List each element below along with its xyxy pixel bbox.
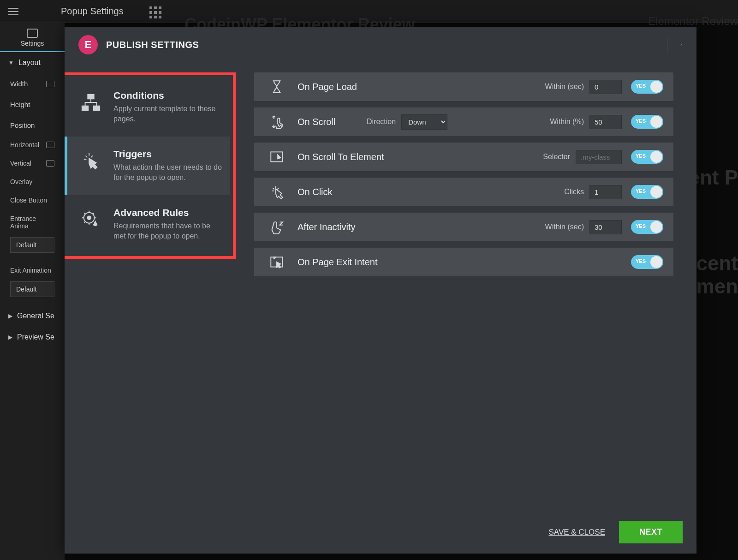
control-exit-anim: Exit Animation (0, 261, 65, 280)
svg-rect-2 (94, 106, 100, 111)
exit-anim-select[interactable]: Default (10, 281, 54, 297)
entrance-anim-select[interactable]: Default (10, 237, 54, 253)
nav-triggers-desc: What action the user needs to do for the… (113, 162, 224, 183)
modal-title: PUBLISH SETTINGS (106, 40, 199, 50)
bg-breadcrumb: Elementor Review (648, 15, 738, 28)
toggle-click[interactable]: YES (631, 185, 663, 199)
control-width[interactable]: Width (0, 73, 65, 94)
modal-header: E PUBLISH SETTINGS (65, 27, 696, 63)
control-entrance-anim: Entrance Anima (0, 209, 65, 235)
device-desktop-icon (46, 142, 54, 148)
control-vertical[interactable]: Vertical (0, 154, 65, 173)
modal-nav: Conditions Apply current template to the… (65, 63, 247, 514)
click-icon (265, 184, 288, 200)
nav-conditions[interactable]: Conditions Apply current template to the… (65, 78, 230, 137)
settings-side-panel: Settings ▼ Layout Width Height Position … (0, 23, 65, 560)
triggers-icon (78, 149, 103, 173)
control-close-button[interactable]: Close Button (0, 191, 65, 209)
close-icon (680, 40, 683, 50)
control-overlay[interactable]: Overlay (0, 173, 65, 191)
svg-rect-5 (271, 152, 283, 161)
toggle-yes-label: YES (636, 118, 646, 124)
control-exit-anim-label: Exit Animation (10, 267, 51, 274)
control-position-label: Position (10, 121, 35, 129)
control-horizontal-label: Horizontal (10, 141, 39, 149)
caret-down-icon: ▼ (8, 60, 14, 66)
nav-conditions-desc: Apply current template to these pages. (113, 104, 224, 125)
selector-input[interactable] (576, 150, 622, 164)
publish-settings-modal: E PUBLISH SETTINGS Conditions Apply curr… (65, 27, 696, 554)
nav-triggers[interactable]: Triggers What action the user needs to d… (65, 137, 230, 195)
nav-highlight-box: Conditions Apply current template to the… (65, 72, 236, 259)
triggers-list: On Page Load Within (sec) YES On Scroll … (247, 63, 696, 514)
caret-right-icon: ▶ (8, 334, 12, 340)
settings-tab[interactable]: Settings (0, 23, 65, 52)
trigger-scroll-element: On Scroll To Element Selector YES (254, 143, 673, 171)
section-preview-label: Preview Se (17, 333, 54, 341)
settings-tab-label: Settings (21, 40, 44, 47)
control-position: Position (0, 115, 65, 136)
inactivity-icon (265, 219, 288, 235)
toggle-page-load[interactable]: YES (631, 80, 663, 94)
section-preview[interactable]: ▶ Preview Se (0, 327, 65, 348)
save-and-close-link[interactable]: SAVE & CLOSE (548, 528, 605, 537)
section-general[interactable]: ▶ General Se (0, 305, 65, 327)
settings-tab-icon (27, 29, 38, 38)
within-sec-input[interactable] (589, 220, 622, 234)
next-button[interactable]: NEXT (619, 521, 683, 543)
within-sec-label: Within (sec) (545, 83, 584, 91)
apps-grid-icon[interactable] (149, 6, 161, 18)
svg-rect-0 (88, 95, 94, 99)
nav-advanced-title: Advanced Rules (113, 207, 224, 218)
control-entrance-anim-label: Entrance Anima (10, 215, 54, 230)
menu-icon[interactable] (8, 8, 18, 15)
caret-right-icon: ▶ (8, 313, 12, 319)
trigger-name: On Scroll (298, 117, 348, 127)
device-desktop-icon (46, 160, 54, 167)
control-close-button-label: Close Button (10, 197, 47, 204)
toggle-exit-intent[interactable]: YES (631, 255, 663, 269)
trigger-name: On Page Exit Intent (298, 257, 381, 268)
control-horizontal[interactable]: Horizontal (0, 136, 65, 154)
close-button[interactable] (667, 37, 683, 53)
bg-text: cent (696, 252, 738, 275)
trigger-page-load: On Page Load Within (sec) YES (254, 72, 673, 101)
section-general-label: General Se (17, 312, 54, 320)
selector-label: Selector (543, 153, 570, 161)
section-layout-label: Layout (18, 59, 41, 67)
nav-advanced-rules[interactable]: Advanced Rules Requirements that have to… (65, 195, 230, 254)
within-pct-label: Within (%) (550, 118, 584, 126)
toggle-yes-label: YES (636, 188, 646, 194)
clicks-input[interactable] (589, 185, 622, 199)
toggle-scroll-element[interactable]: YES (631, 150, 663, 164)
elementor-logo-icon: E (78, 35, 98, 54)
toggle-yes-label: YES (636, 83, 646, 89)
trigger-name: After Inactivity (298, 222, 381, 232)
scroll-icon (265, 114, 288, 130)
within-pct-input[interactable] (589, 115, 622, 129)
toggle-yes-label: YES (636, 258, 646, 264)
direction-label: Direction (367, 118, 396, 126)
bg-text: men (696, 275, 738, 298)
trigger-inactivity: After Inactivity Within (sec) YES (254, 213, 673, 241)
control-height[interactable]: Height (0, 94, 65, 115)
control-width-label: Width (10, 80, 28, 88)
nav-conditions-title: Conditions (113, 90, 224, 101)
within-sec-input[interactable] (589, 80, 622, 94)
direction-select[interactable]: Down (401, 114, 447, 130)
control-vertical-label: Vertical (10, 160, 31, 167)
toggle-inactivity[interactable]: YES (631, 220, 663, 234)
toggle-scroll[interactable]: YES (631, 115, 663, 129)
nav-advanced-desc: Requirements that have to be met for the… (113, 221, 224, 242)
toggle-yes-label: YES (636, 223, 646, 229)
svg-rect-1 (82, 106, 88, 111)
section-layout[interactable]: ▼ Layout (0, 52, 65, 73)
toggle-yes-label: YES (636, 153, 646, 159)
device-desktop-icon (46, 81, 54, 87)
svg-point-4 (87, 216, 91, 220)
control-height-label: Height (10, 101, 30, 108)
trigger-click: On Click Clicks YES (254, 178, 673, 206)
trigger-scroll: On Scroll Direction Down Within (%) YES (254, 107, 673, 136)
control-overlay-label: Overlay (10, 178, 32, 185)
advanced-rules-icon (78, 207, 103, 232)
